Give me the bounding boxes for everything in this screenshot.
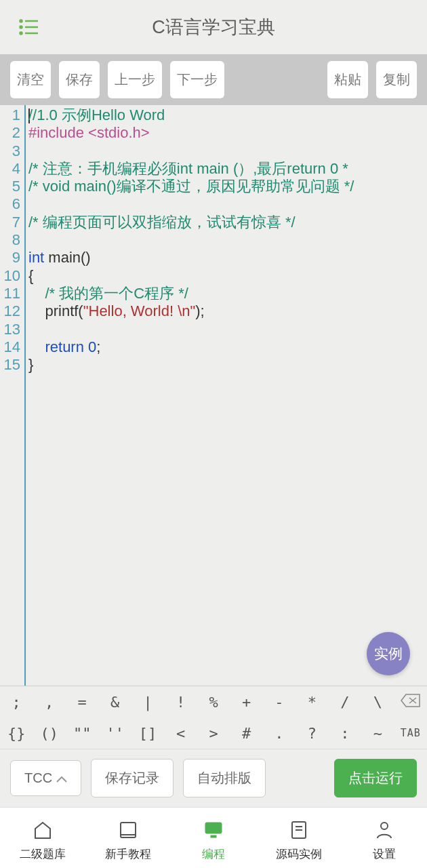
- symbol-key[interactable]: []: [131, 725, 164, 742]
- bottom-nav: 二级题库新手教程编程源码实例设置: [0, 807, 427, 868]
- symbol-key[interactable]: (): [33, 725, 65, 742]
- menu-icon[interactable]: [19, 17, 39, 37]
- nav-examples[interactable]: 源码实例: [256, 813, 342, 868]
- clear-button[interactable]: 清空: [10, 61, 51, 98]
- line-number: 11: [0, 285, 20, 302]
- code-line[interactable]: [28, 321, 427, 338]
- symbol-key[interactable]: <: [164, 725, 197, 742]
- code-line[interactable]: //1.0 示例Hello Word: [28, 106, 427, 124]
- bank-icon: [32, 819, 54, 844]
- run-button[interactable]: 点击运行: [334, 759, 417, 797]
- tab-key[interactable]: TAB: [394, 727, 427, 739]
- svg-point-4: [20, 33, 22, 35]
- code-line[interactable]: /* 编程页面可以双指缩放，试试有惊喜 */: [28, 214, 427, 231]
- toolbar: 清空 保存 上一步 下一步 粘贴 复制: [0, 54, 427, 105]
- examples-icon: [288, 819, 310, 844]
- symbol-key[interactable]: -: [263, 694, 296, 711]
- backspace-key[interactable]: [394, 693, 427, 711]
- line-number: 13: [0, 321, 20, 338]
- line-number: 14: [0, 338, 20, 356]
- code-line[interactable]: int main(): [28, 249, 427, 267]
- nav-label: 二级题库: [20, 846, 66, 862]
- svg-point-2: [20, 26, 22, 28]
- line-number: 6: [0, 195, 20, 213]
- line-number: 12: [0, 302, 20, 320]
- nav-label: 新手教程: [105, 846, 151, 862]
- paste-button[interactable]: 粘贴: [327, 61, 368, 98]
- symbol-key[interactable]: /: [329, 694, 361, 711]
- symbol-key[interactable]: ;: [0, 694, 33, 711]
- save-record-button[interactable]: 保存记录: [91, 759, 174, 797]
- auto-format-button[interactable]: 自动排版: [183, 759, 266, 797]
- nav-settings[interactable]: 设置: [342, 813, 427, 868]
- line-number: 2: [0, 124, 20, 142]
- symbol-key[interactable]: :: [329, 725, 361, 742]
- code-icon: [203, 819, 224, 844]
- code-line[interactable]: [28, 142, 427, 160]
- copy-button[interactable]: 复制: [376, 61, 417, 98]
- code-line[interactable]: printf("Hello, World! \n");: [28, 302, 427, 320]
- code-line[interactable]: {: [28, 267, 427, 285]
- undo-button[interactable]: 上一步: [108, 61, 162, 98]
- line-gutter: 123456789101112131415: [0, 105, 24, 686]
- chevron-up-icon: [56, 770, 67, 786]
- code-area[interactable]: //1.0 示例Hello Word#include <stdio.h>/* 注…: [24, 105, 427, 686]
- nav-label: 源码实例: [276, 846, 322, 862]
- code-line[interactable]: /* void main()编译不通过，原因见帮助常见问题 */: [28, 178, 427, 195]
- compiler-selector[interactable]: TCC: [10, 760, 81, 796]
- code-line[interactable]: return 0;: [28, 338, 427, 356]
- line-number: 15: [0, 356, 20, 374]
- symbol-key[interactable]: ?: [296, 725, 328, 742]
- code-line[interactable]: [28, 231, 427, 249]
- symbol-key[interactable]: ,: [33, 694, 65, 711]
- redo-button[interactable]: 下一步: [170, 61, 224, 98]
- symbol-keyboard: ;,=&|!%+-*/\ {}()""''[]<>#.?:~TAB: [0, 686, 427, 749]
- symbol-key[interactable]: .: [263, 725, 296, 742]
- page-title: C语言学习宝典: [152, 15, 275, 39]
- symbol-key[interactable]: =: [66, 694, 98, 711]
- line-number: 4: [0, 160, 20, 178]
- symbol-key[interactable]: '': [98, 725, 131, 742]
- header: C语言学习宝典: [0, 0, 427, 54]
- symbol-key[interactable]: ~: [361, 725, 394, 742]
- symbol-key[interactable]: %: [197, 694, 230, 711]
- code-line[interactable]: /* 我的第一个C程序 */: [28, 285, 427, 302]
- line-number: 8: [0, 231, 20, 249]
- nav-bank[interactable]: 二级题库: [0, 813, 85, 868]
- symbol-key[interactable]: \: [361, 694, 394, 711]
- code-line[interactable]: /* 注意：手机编程必须int main (）,最后return 0 *: [28, 160, 427, 178]
- code-editor[interactable]: 123456789101112131415 //1.0 示例Hello Word…: [0, 105, 427, 686]
- symbol-key[interactable]: |: [131, 694, 164, 711]
- line-number: 9: [0, 249, 20, 267]
- svg-point-15: [381, 823, 388, 829]
- line-number: 7: [0, 214, 20, 231]
- symbol-key[interactable]: &: [98, 694, 131, 711]
- action-bar: TCC 保存记录 自动排版 点击运行: [0, 749, 427, 807]
- code-line[interactable]: [28, 195, 427, 213]
- nav-tutorial[interactable]: 新手教程: [85, 813, 171, 868]
- nav-code[interactable]: 编程: [171, 813, 256, 868]
- symbol-key[interactable]: +: [230, 694, 262, 711]
- svg-rect-11: [211, 835, 216, 837]
- nav-label: 编程: [202, 846, 225, 862]
- code-line[interactable]: }: [28, 356, 427, 374]
- svg-rect-10: [205, 823, 222, 833]
- symbol-key[interactable]: "": [66, 725, 98, 742]
- nav-label: 设置: [373, 846, 396, 862]
- svg-point-0: [20, 20, 22, 22]
- symbol-key[interactable]: {}: [0, 725, 33, 742]
- examples-fab[interactable]: 实例: [367, 632, 410, 675]
- symbol-key[interactable]: #: [230, 725, 262, 742]
- symbol-key[interactable]: *: [296, 694, 328, 711]
- save-button[interactable]: 保存: [59, 61, 100, 98]
- line-number: 5: [0, 178, 20, 195]
- code-line[interactable]: #include <stdio.h>: [28, 124, 427, 142]
- line-number: 10: [0, 267, 20, 285]
- line-number: 3: [0, 142, 20, 160]
- line-number: 1: [0, 106, 20, 124]
- tutorial-icon: [117, 819, 139, 844]
- symbol-key[interactable]: !: [164, 694, 197, 711]
- symbol-key[interactable]: >: [197, 725, 230, 742]
- settings-icon: [373, 819, 395, 844]
